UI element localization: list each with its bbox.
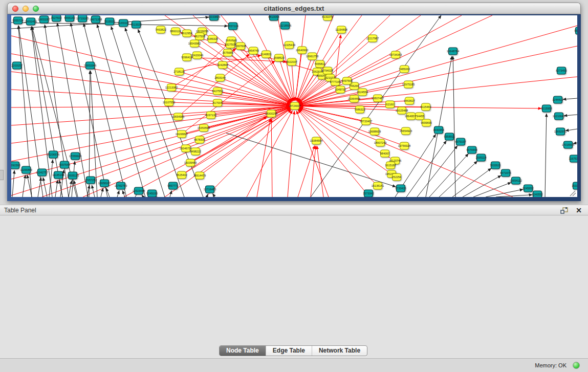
graph-node[interactable]: 19756928: [398, 142, 410, 149]
graph-node[interactable]: 6794028: [322, 67, 333, 74]
graph-node[interactable]: 8215958: [541, 105, 552, 112]
graph-node[interactable]: 10654985: [172, 113, 184, 120]
graph-node[interactable]: 19166827: [176, 130, 188, 138]
graph-node[interactable]: 15692971: [554, 128, 567, 135]
graph-node[interactable]: 16107552: [163, 99, 175, 106]
graph-node[interactable]: 9165326: [118, 19, 128, 27]
graph-node[interactable]: 9474444: [466, 146, 477, 154]
graph-node[interactable]: 13505135: [67, 172, 79, 179]
graph-node[interactable]: 1049732: [335, 86, 345, 93]
graph-node[interactable]: 18720407: [360, 118, 372, 125]
graph-node[interactable]: 12217987: [366, 35, 379, 42]
graph-node[interactable]: 1615182: [385, 162, 396, 169]
panel-collapse-handle[interactable]: [0, 170, 4, 180]
graph-node[interactable]: 9391593: [11, 162, 20, 169]
graph-node[interactable]: 18907249: [374, 139, 386, 146]
graph-node[interactable]: 9733426: [395, 185, 406, 192]
graph-node[interactable]: 7632621: [490, 162, 500, 169]
graph-node[interactable]: 16782759: [115, 182, 127, 189]
graph-node[interactable]: 2935114: [475, 154, 486, 161]
graph-node[interactable]: 2203157: [11, 62, 22, 69]
graph-node[interactable]: 1573342: [363, 190, 374, 197]
graph-node[interactable]: 15353594: [198, 124, 210, 132]
graph-node[interactable]: 16648784: [447, 48, 459, 55]
graph-node[interactable]: 17016504: [562, 141, 574, 148]
graph-node[interactable]: 9240552: [532, 191, 542, 197]
tab-network-table[interactable]: Network Table: [312, 346, 367, 356]
graph-node[interactable]: 9245033: [146, 190, 157, 197]
graph-node[interactable]: 19734343: [389, 51, 402, 58]
graph-node[interactable]: 9498222: [190, 148, 201, 155]
graph-node[interactable]: 9115460: [420, 103, 431, 111]
graph-node[interactable]: 7557224: [227, 23, 238, 30]
graph-node[interactable]: 9699695: [421, 119, 431, 126]
graph-node[interactable]: 20364456: [348, 95, 360, 102]
graph-node[interactable]: 1167533: [569, 155, 577, 162]
graph-node[interactable]: 8813054: [268, 15, 279, 20]
graph-node[interactable]: 10719185: [76, 15, 89, 22]
graph-node[interactable]: 15654923: [400, 127, 412, 135]
graph-node[interactable]: 15218506: [279, 22, 291, 29]
graph-node[interactable]: 6497568: [341, 77, 352, 84]
graph-node[interactable]: 10025488: [396, 107, 408, 114]
graph-node[interactable]: 18724007: [289, 102, 301, 110]
minimize-button[interactable]: [23, 6, 29, 12]
graph-node[interactable]: 9463627: [404, 97, 415, 104]
close-button[interactable]: [12, 6, 18, 12]
graph-node[interactable]: 16210643: [553, 113, 565, 120]
float-panel-button[interactable]: [560, 207, 569, 214]
graph-node[interactable]: 7485063: [399, 65, 409, 73]
graph-node[interactable]: 7515526: [104, 18, 115, 25]
graph-node[interactable]: 8860124: [170, 28, 181, 35]
graph-node[interactable]: 11154808: [335, 26, 347, 33]
graph-node[interactable]: 11145194: [52, 171, 64, 179]
graph-node[interactable]: 22420046: [191, 52, 203, 59]
graph-node[interactable]: 8427552: [212, 87, 223, 95]
window-titlebar[interactable]: citations_edges.txt: [7, 3, 581, 14]
graph-node[interactable]: 794455: [415, 113, 424, 120]
graph-node[interactable]: 2803144: [214, 74, 225, 81]
graph-node[interactable]: 17359924: [69, 152, 81, 160]
resize-grip-icon[interactable]: [570, 191, 576, 196]
graph-node[interactable]: 8322037: [286, 58, 297, 65]
graph-node[interactable]: 8131074: [322, 15, 333, 20]
tab-node-table[interactable]: Node Table: [220, 346, 266, 356]
graph-node[interactable]: 16543982: [188, 40, 201, 47]
graph-node[interactable]: 7955812: [314, 60, 325, 68]
graph-node[interactable]: 1527602: [51, 15, 61, 21]
graph-node[interactable]: 14671358: [90, 16, 102, 23]
graph-node[interactable]: 19384554: [310, 137, 322, 144]
graph-node[interactable]: 12923448: [133, 187, 145, 194]
graph-node[interactable]: 18300295: [265, 110, 277, 117]
graph-node[interactable]: 2718126: [173, 68, 184, 75]
graph-node[interactable]: 1568520: [273, 54, 284, 61]
graph-node[interactable]: 9146821: [260, 51, 271, 58]
graph-node[interactable]: 10688609: [368, 128, 381, 135]
graph-node[interactable]: 10653287: [38, 16, 50, 23]
graph-node[interactable]: 9097548: [59, 161, 70, 168]
graph-node[interactable]: 8678334: [194, 136, 205, 143]
graph-node[interactable]: 9519775: [574, 27, 577, 34]
graph-node[interactable]: 16914479: [193, 172, 206, 179]
graph-node[interactable]: 16033809: [208, 15, 220, 20]
graph-node[interactable]: 3575685: [222, 49, 233, 56]
graph-node[interactable]: 16640910: [296, 47, 308, 54]
graph-node[interactable]: 1244412: [552, 96, 563, 103]
graph-node[interactable]: 8273455: [556, 67, 567, 74]
graph-node[interactable]: 252254: [392, 173, 401, 181]
graph-node[interactable]: 9355724: [12, 17, 23, 24]
graph-node[interactable]: 7463822: [155, 26, 166, 33]
graph-node[interactable]: 10654112: [510, 177, 522, 184]
graph-node[interactable]: 11325419: [283, 41, 295, 49]
graph-node[interactable]: 20206576: [47, 151, 59, 158]
graph-node[interactable]: 6979197: [455, 138, 466, 145]
graph-node[interactable]: 7625402: [176, 171, 187, 179]
tab-edge-table[interactable]: Edge Table: [266, 346, 312, 356]
graph-node[interactable]: 10958167: [98, 180, 111, 187]
graph-node[interactable]: 12342757: [36, 169, 48, 176]
graph-node[interactable]: 3624554: [357, 89, 367, 96]
graph-node[interactable]: 20953346: [84, 62, 96, 69]
graph-node[interactable]: 984067: [380, 150, 389, 157]
close-panel-button[interactable]: ✕: [576, 206, 582, 215]
graph-node[interactable]: 16136141: [372, 182, 384, 189]
